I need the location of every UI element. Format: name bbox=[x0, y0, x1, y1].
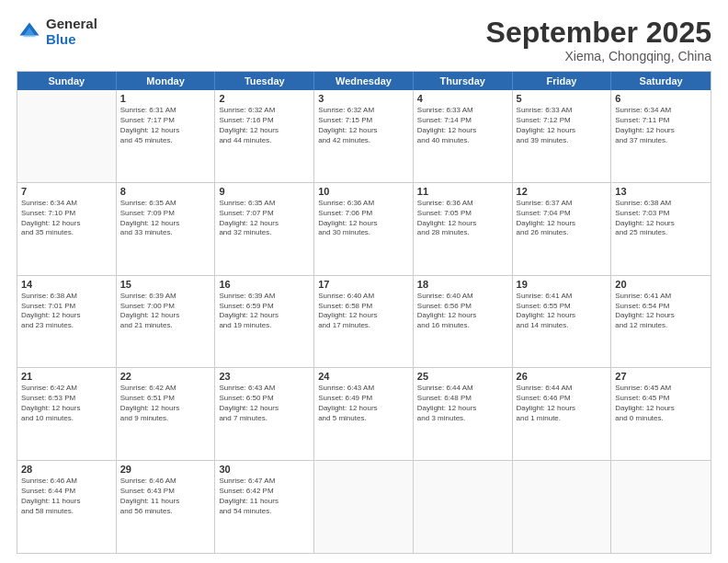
location: Xiema, Chongqing, China bbox=[486, 49, 711, 63]
day-number: 6 bbox=[615, 93, 707, 104]
day-number: 10 bbox=[318, 186, 409, 197]
calendar-cell-8: 8Sunrise: 6:35 AM Sunset: 7:09 PM Daylig… bbox=[117, 183, 216, 275]
day-number: 27 bbox=[615, 371, 707, 382]
calendar-cell-27: 27Sunrise: 6:45 AM Sunset: 6:45 PM Dayli… bbox=[611, 368, 711, 460]
calendar-cell-30: 30Sunrise: 6:47 AM Sunset: 6:42 PM Dayli… bbox=[215, 461, 314, 553]
page: General Blue September 2025 Xiema, Chong… bbox=[0, 0, 728, 563]
day-number: 25 bbox=[417, 371, 508, 382]
calendar-cell-empty bbox=[314, 461, 414, 553]
day-number: 29 bbox=[120, 464, 211, 475]
title-block: September 2025 Xiema, Chongqing, China bbox=[486, 17, 711, 63]
day-number: 30 bbox=[219, 464, 310, 475]
calendar-cell-25: 25Sunrise: 6:44 AM Sunset: 6:48 PM Dayli… bbox=[414, 368, 513, 460]
calendar-cell-29: 29Sunrise: 6:46 AM Sunset: 6:43 PM Dayli… bbox=[117, 461, 216, 553]
day-number: 19 bbox=[517, 279, 608, 290]
cell-info: Sunrise: 6:45 AM Sunset: 6:45 PM Dayligh… bbox=[615, 384, 707, 423]
logo-text: General Blue bbox=[46, 17, 97, 47]
cell-info: Sunrise: 6:41 AM Sunset: 6:54 PM Dayligh… bbox=[615, 292, 707, 331]
header-day-thursday: Thursday bbox=[414, 72, 513, 90]
calendar-row-4: 21Sunrise: 6:42 AM Sunset: 6:53 PM Dayli… bbox=[17, 367, 711, 460]
logo-icon bbox=[17, 19, 42, 45]
header-day-wednesday: Wednesday bbox=[314, 72, 414, 90]
logo-general: General bbox=[46, 17, 97, 32]
month-title: September 2025 bbox=[486, 17, 711, 49]
calendar-cell-4: 4Sunrise: 6:33 AM Sunset: 7:14 PM Daylig… bbox=[414, 90, 513, 182]
calendar-cell-empty bbox=[17, 90, 117, 182]
day-number: 1 bbox=[120, 93, 211, 104]
cell-info: Sunrise: 6:36 AM Sunset: 7:06 PM Dayligh… bbox=[318, 199, 409, 238]
calendar-cell-15: 15Sunrise: 6:39 AM Sunset: 7:00 PM Dayli… bbox=[117, 276, 216, 368]
cell-info: Sunrise: 6:33 AM Sunset: 7:14 PM Dayligh… bbox=[417, 106, 508, 145]
day-number: 7 bbox=[21, 186, 112, 197]
calendar: SundayMondayTuesdayWednesdayThursdayFrid… bbox=[17, 71, 711, 554]
calendar-cell-12: 12Sunrise: 6:37 AM Sunset: 7:04 PM Dayli… bbox=[513, 183, 612, 275]
cell-info: Sunrise: 6:42 AM Sunset: 6:53 PM Dayligh… bbox=[21, 384, 112, 423]
calendar-body: 1Sunrise: 6:31 AM Sunset: 7:17 PM Daylig… bbox=[17, 90, 711, 553]
day-number: 28 bbox=[21, 464, 112, 475]
calendar-cell-24: 24Sunrise: 6:43 AM Sunset: 6:49 PM Dayli… bbox=[314, 368, 414, 460]
cell-info: Sunrise: 6:32 AM Sunset: 7:16 PM Dayligh… bbox=[219, 106, 310, 145]
cell-info: Sunrise: 6:46 AM Sunset: 6:44 PM Dayligh… bbox=[21, 477, 112, 516]
cell-info: Sunrise: 6:32 AM Sunset: 7:15 PM Dayligh… bbox=[318, 106, 409, 145]
calendar-cell-7: 7Sunrise: 6:34 AM Sunset: 7:10 PM Daylig… bbox=[17, 183, 117, 275]
calendar-row-5: 28Sunrise: 6:46 AM Sunset: 6:44 PM Dayli… bbox=[17, 460, 711, 553]
day-number: 2 bbox=[219, 93, 310, 104]
day-number: 18 bbox=[417, 279, 508, 290]
cell-info: Sunrise: 6:37 AM Sunset: 7:04 PM Dayligh… bbox=[517, 199, 608, 238]
day-number: 13 bbox=[615, 186, 707, 197]
day-number: 12 bbox=[517, 186, 608, 197]
day-number: 5 bbox=[517, 93, 608, 104]
cell-info: Sunrise: 6:44 AM Sunset: 6:48 PM Dayligh… bbox=[417, 384, 508, 423]
calendar-cell-28: 28Sunrise: 6:46 AM Sunset: 6:44 PM Dayli… bbox=[17, 461, 117, 553]
cell-info: Sunrise: 6:36 AM Sunset: 7:05 PM Dayligh… bbox=[417, 199, 508, 238]
calendar-cell-empty bbox=[414, 461, 513, 553]
calendar-cell-14: 14Sunrise: 6:38 AM Sunset: 7:01 PM Dayli… bbox=[17, 276, 117, 368]
cell-info: Sunrise: 6:38 AM Sunset: 7:03 PM Dayligh… bbox=[615, 199, 707, 238]
cell-info: Sunrise: 6:35 AM Sunset: 7:09 PM Dayligh… bbox=[120, 199, 211, 238]
cell-info: Sunrise: 6:47 AM Sunset: 6:42 PM Dayligh… bbox=[219, 477, 310, 516]
cell-info: Sunrise: 6:43 AM Sunset: 6:50 PM Dayligh… bbox=[219, 384, 310, 423]
calendar-cell-22: 22Sunrise: 6:42 AM Sunset: 6:51 PM Dayli… bbox=[117, 368, 216, 460]
calendar-cell-2: 2Sunrise: 6:32 AM Sunset: 7:16 PM Daylig… bbox=[215, 90, 314, 182]
cell-info: Sunrise: 6:40 AM Sunset: 6:56 PM Dayligh… bbox=[417, 292, 508, 331]
calendar-cell-16: 16Sunrise: 6:39 AM Sunset: 6:59 PM Dayli… bbox=[215, 276, 314, 368]
day-number: 22 bbox=[120, 371, 211, 382]
cell-info: Sunrise: 6:40 AM Sunset: 6:58 PM Dayligh… bbox=[318, 292, 409, 331]
day-number: 24 bbox=[318, 371, 409, 382]
day-number: 16 bbox=[219, 279, 310, 290]
calendar-header: SundayMondayTuesdayWednesdayThursdayFrid… bbox=[17, 72, 711, 90]
day-number: 3 bbox=[318, 93, 409, 104]
cell-info: Sunrise: 6:41 AM Sunset: 6:55 PM Dayligh… bbox=[517, 292, 608, 331]
day-number: 14 bbox=[21, 279, 112, 290]
calendar-cell-26: 26Sunrise: 6:44 AM Sunset: 6:46 PM Dayli… bbox=[513, 368, 612, 460]
day-number: 4 bbox=[417, 93, 508, 104]
calendar-cell-1: 1Sunrise: 6:31 AM Sunset: 7:17 PM Daylig… bbox=[117, 90, 216, 182]
cell-info: Sunrise: 6:34 AM Sunset: 7:10 PM Dayligh… bbox=[21, 199, 112, 238]
calendar-cell-17: 17Sunrise: 6:40 AM Sunset: 6:58 PM Dayli… bbox=[314, 276, 414, 368]
header-day-saturday: Saturday bbox=[611, 72, 711, 90]
calendar-cell-10: 10Sunrise: 6:36 AM Sunset: 7:06 PM Dayli… bbox=[314, 183, 414, 275]
cell-info: Sunrise: 6:34 AM Sunset: 7:11 PM Dayligh… bbox=[615, 106, 707, 145]
calendar-row-1: 1Sunrise: 6:31 AM Sunset: 7:17 PM Daylig… bbox=[17, 90, 711, 182]
calendar-row-3: 14Sunrise: 6:38 AM Sunset: 7:01 PM Dayli… bbox=[17, 275, 711, 368]
calendar-cell-21: 21Sunrise: 6:42 AM Sunset: 6:53 PM Dayli… bbox=[17, 368, 117, 460]
cell-info: Sunrise: 6:39 AM Sunset: 7:00 PM Dayligh… bbox=[120, 292, 211, 331]
calendar-cell-6: 6Sunrise: 6:34 AM Sunset: 7:11 PM Daylig… bbox=[611, 90, 711, 182]
cell-info: Sunrise: 6:33 AM Sunset: 7:12 PM Dayligh… bbox=[517, 106, 608, 145]
calendar-cell-11: 11Sunrise: 6:36 AM Sunset: 7:05 PM Dayli… bbox=[414, 183, 513, 275]
calendar-cell-19: 19Sunrise: 6:41 AM Sunset: 6:55 PM Dayli… bbox=[513, 276, 612, 368]
cell-info: Sunrise: 6:39 AM Sunset: 6:59 PM Dayligh… bbox=[219, 292, 310, 331]
calendar-cell-5: 5Sunrise: 6:33 AM Sunset: 7:12 PM Daylig… bbox=[513, 90, 612, 182]
logo-blue: Blue bbox=[46, 32, 97, 48]
cell-info: Sunrise: 6:31 AM Sunset: 7:17 PM Dayligh… bbox=[120, 106, 211, 145]
day-number: 8 bbox=[120, 186, 211, 197]
header-day-monday: Monday bbox=[117, 72, 216, 90]
cell-info: Sunrise: 6:43 AM Sunset: 6:49 PM Dayligh… bbox=[318, 384, 409, 423]
calendar-cell-13: 13Sunrise: 6:38 AM Sunset: 7:03 PM Dayli… bbox=[611, 183, 711, 275]
header-day-sunday: Sunday bbox=[17, 72, 117, 90]
cell-info: Sunrise: 6:44 AM Sunset: 6:46 PM Dayligh… bbox=[517, 384, 608, 423]
cell-info: Sunrise: 6:38 AM Sunset: 7:01 PM Dayligh… bbox=[21, 292, 112, 331]
calendar-cell-9: 9Sunrise: 6:35 AM Sunset: 7:07 PM Daylig… bbox=[215, 183, 314, 275]
day-number: 11 bbox=[417, 186, 508, 197]
header-day-tuesday: Tuesday bbox=[215, 72, 314, 90]
